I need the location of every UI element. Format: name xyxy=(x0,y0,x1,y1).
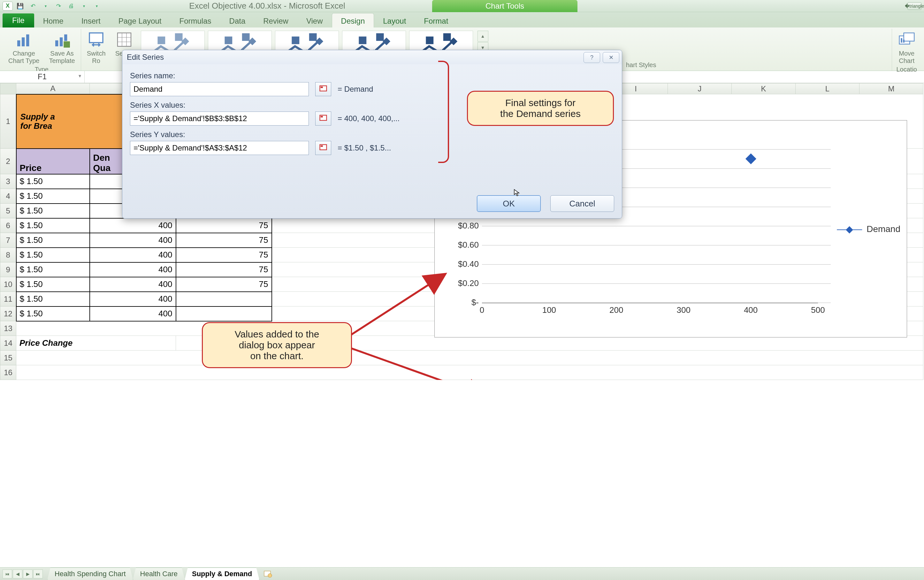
dialog-close-icon[interactable]: ✕ xyxy=(603,52,619,63)
cell-C11[interactable] xyxy=(176,292,272,306)
row-6[interactable]: 6 xyxy=(0,218,16,233)
series-x-range-button[interactable] xyxy=(315,112,331,125)
cell-A10[interactable]: $ 1.50 xyxy=(16,277,90,292)
cell-B8[interactable]: 400 xyxy=(90,248,176,262)
cell-C9[interactable]: 75 xyxy=(176,262,272,277)
chart-type-icon xyxy=(15,31,33,49)
cell-C8[interactable]: 75 xyxy=(176,248,272,262)
cell-C7[interactable]: 75 xyxy=(176,233,272,248)
svg-rect-28 xyxy=(359,36,367,44)
name-box[interactable]: F1 xyxy=(0,71,85,83)
row-4[interactable]: 4 xyxy=(0,189,16,204)
bracket-icon xyxy=(438,61,449,163)
row-9[interactable]: 9 xyxy=(0,262,16,277)
change-chart-type-button[interactable]: Change Chart Type xyxy=(7,30,41,65)
save-icon[interactable]: 💾 xyxy=(15,1,26,11)
row-3[interactable]: 3 xyxy=(0,174,16,189)
qat-drop-icon[interactable]: ▾ xyxy=(40,1,51,11)
print-icon[interactable]: 🖨 xyxy=(66,1,77,11)
qat-drop2-icon[interactable]: ▾ xyxy=(79,1,89,11)
data-point[interactable] xyxy=(745,153,756,164)
cell-A12[interactable]: $ 1.50 xyxy=(16,306,90,321)
cell-C6[interactable]: 75 xyxy=(176,218,272,233)
tab-format[interactable]: Format xyxy=(415,13,457,28)
cell-B10[interactable]: 400 xyxy=(90,277,176,292)
tab-home[interactable]: Home xyxy=(34,13,72,28)
hdr-price[interactable]: Price xyxy=(16,148,90,174)
cell-B9[interactable]: 400 xyxy=(90,262,176,277)
tab-layout[interactable]: Layout xyxy=(374,13,415,28)
select-all[interactable] xyxy=(0,83,16,94)
cell-A7[interactable]: $ 1.50 xyxy=(16,233,90,248)
save-as-template-button[interactable]: Save As Template xyxy=(48,30,76,65)
col-J[interactable]: J xyxy=(668,83,732,94)
tab-page-layout[interactable]: Page Layout xyxy=(110,13,171,28)
series-y-input[interactable] xyxy=(130,141,309,155)
undo-icon[interactable]: ↶ xyxy=(28,1,38,11)
series-x-input[interactable] xyxy=(130,112,309,125)
switch-row-column-button[interactable]: Switch Ro xyxy=(85,30,107,65)
dialog-help-icon[interactable]: ? xyxy=(584,52,600,63)
tab-data[interactable]: Data xyxy=(220,13,255,28)
gallery-up-icon[interactable]: ▲ xyxy=(477,31,488,41)
tab-insert[interactable]: Insert xyxy=(72,13,110,28)
row-7[interactable]: 7 xyxy=(0,233,16,248)
row-12[interactable]: 12 xyxy=(0,306,16,321)
row-16[interactable]: 16 xyxy=(0,365,16,380)
ok-button[interactable]: OK xyxy=(477,195,541,212)
move-chart-button[interactable]: Move Chart xyxy=(896,30,917,65)
svg-rect-49 xyxy=(321,145,323,147)
cell-A9[interactable]: $ 1.50 xyxy=(16,262,90,277)
col-L[interactable]: L xyxy=(796,83,860,94)
row-2[interactable]: 2 xyxy=(0,148,16,174)
cell-A8[interactable]: $ 1.50 xyxy=(16,248,90,262)
row-14[interactable]: 14 xyxy=(0,336,16,351)
series-y-preview: = $1.50 , $1.5... xyxy=(338,143,391,152)
row-15[interactable]: 15 xyxy=(0,351,16,365)
x-tick-label: 400 xyxy=(744,305,758,323)
svg-rect-39 xyxy=(904,33,914,41)
chart-legend[interactable]: ―◆― Demand xyxy=(837,223,900,234)
cell-C10[interactable]: 75 xyxy=(176,277,272,292)
price-change-label[interactable]: Price Change xyxy=(16,336,176,351)
cell-B7[interactable]: 400 xyxy=(90,233,176,248)
col-M[interactable]: M xyxy=(860,83,923,94)
row-5[interactable]: 5 xyxy=(0,204,16,218)
cell-A5[interactable]: $ 1.50 xyxy=(16,204,90,218)
tab-review[interactable]: Review xyxy=(254,13,298,28)
cell-B12[interactable]: 400 xyxy=(90,306,176,321)
cell-A3[interactable]: $ 1.50 xyxy=(16,174,90,189)
y-tick-label: $0.40 xyxy=(441,259,479,269)
series-name-range-button[interactable] xyxy=(315,82,331,96)
qat-customize-icon[interactable]: ▾ xyxy=(91,1,102,11)
col-A[interactable]: A xyxy=(16,83,90,94)
row-8[interactable]: 8 xyxy=(0,248,16,262)
minimize-ribbon-icon[interactable]: �triangle xyxy=(908,2,921,10)
redo-icon[interactable]: ↷ xyxy=(53,1,64,11)
cell-A6[interactable]: $ 1.50 xyxy=(16,218,90,233)
tab-file[interactable]: File xyxy=(3,13,34,28)
cancel-button[interactable]: Cancel xyxy=(550,195,614,212)
dialog-title-bar[interactable]: Edit Series ? ✕ xyxy=(122,50,622,64)
excel-icon[interactable]: X xyxy=(3,2,13,10)
col-K[interactable]: K xyxy=(732,83,796,94)
row-10[interactable]: 10 xyxy=(0,277,16,292)
row-1[interactable]: 1 xyxy=(0,94,16,148)
svg-rect-0 xyxy=(17,40,20,46)
legend-marker-icon: ―◆― xyxy=(837,223,862,234)
cell-B11[interactable]: 400 xyxy=(90,292,176,306)
tab-view[interactable]: View xyxy=(298,13,332,28)
series-name-input[interactable] xyxy=(130,82,309,96)
window-controls: �triangle xyxy=(908,2,921,10)
tab-formulas[interactable]: Formulas xyxy=(171,13,220,28)
tab-design[interactable]: Design xyxy=(332,13,374,28)
cell-B6[interactable]: 400 xyxy=(90,218,176,233)
row-13[interactable]: 13 xyxy=(0,321,16,336)
series-y-range-button[interactable] xyxy=(315,141,331,155)
series-name-label: Series name: xyxy=(130,71,614,80)
cell-C12[interactable] xyxy=(176,306,272,321)
cell-A11[interactable]: $ 1.50 xyxy=(16,292,90,306)
row-11[interactable]: 11 xyxy=(0,292,16,306)
switch-label: Switch Ro xyxy=(87,50,106,64)
cell-A4[interactable]: $ 1.50 xyxy=(16,189,90,204)
